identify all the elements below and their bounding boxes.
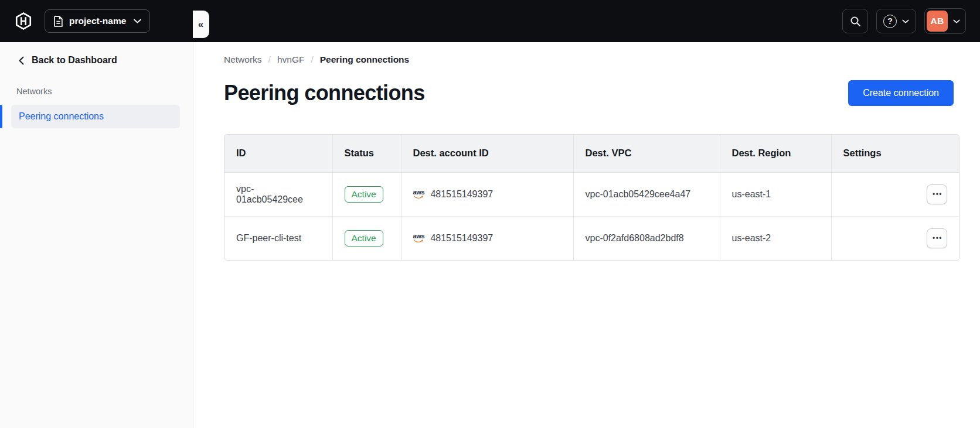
document-icon — [53, 16, 63, 27]
cell-dest-region: us-east-2 — [720, 216, 831, 260]
breadcrumb-hvn[interactable]: hvnGF — [277, 54, 305, 65]
ellipsis-icon: ••• — [933, 235, 942, 242]
page-title: Peering connections — [224, 81, 425, 105]
cell-dest-account-id: aws 481515149397 — [401, 172, 573, 216]
sidebar-collapse-button[interactable]: « — [193, 11, 209, 38]
aws-icon: aws — [413, 233, 425, 243]
cell-dest-region: us-east-1 — [720, 172, 831, 216]
table-row: vpc-01acb05429cee Active aws 48151514939… — [224, 172, 959, 216]
account-id-value: 481515149397 — [430, 233, 493, 244]
status-badge: Active — [345, 186, 383, 203]
cell-status: Active — [332, 172, 401, 216]
account-menu-button[interactable]: AB — [924, 8, 966, 34]
sidebar: Back to Dashboard Networks Peering conne… — [0, 42, 193, 428]
table-header-row: ID Status Dest. account ID Dest. VPC Des… — [224, 135, 959, 172]
table-row: GF-peer-cli-test Active aws 481515149397 — [224, 216, 959, 260]
search-icon — [850, 16, 861, 27]
app-window: project-name ? AB — [0, 0, 980, 428]
cell-dest-vpc: vpc-0f2afd6808ad2bdf8 — [573, 216, 720, 260]
account-id-value: 481515149397 — [430, 189, 493, 200]
cell-settings: ••• — [831, 216, 959, 260]
column-header-status: Status — [332, 135, 401, 172]
sidebar-section-networks: Networks — [16, 87, 193, 96]
chevron-left-icon — [19, 56, 24, 65]
create-connection-button[interactable]: Create connection — [848, 80, 954, 106]
column-header-id: ID — [224, 135, 332, 172]
cell-id: vpc-01acb05429cee — [224, 172, 332, 216]
chevron-down-icon — [902, 19, 909, 23]
cell-settings: ••• — [831, 172, 959, 216]
breadcrumb-current: Peering connections — [320, 54, 409, 65]
active-item-accent-bar — [0, 105, 2, 128]
main-content: Networks / hvnGF / Peering connections P… — [194, 42, 980, 428]
sidebar-item-peering-connections[interactable]: Peering connections — [11, 105, 180, 128]
cell-dest-account-id: aws 481515149397 — [401, 216, 573, 260]
row-actions-button[interactable]: ••• — [927, 228, 947, 248]
breadcrumb-networks[interactable]: Networks — [224, 54, 262, 65]
cell-id: GF-peer-cli-test — [224, 216, 332, 260]
sidebar-active-item-wrap: Peering connections — [0, 105, 193, 128]
topbar-right-group: ? AB — [842, 8, 966, 34]
back-to-dashboard-label: Back to Dashboard — [32, 55, 117, 66]
chevron-down-icon — [953, 19, 960, 23]
peering-connections-table: ID Status Dest. account ID Dest. VPC Des… — [224, 134, 959, 261]
row-actions-button[interactable]: ••• — [927, 184, 947, 204]
avatar: AB — [927, 11, 948, 32]
help-icon: ? — [883, 15, 897, 28]
chevron-down-icon — [134, 19, 141, 23]
search-button[interactable] — [842, 9, 868, 33]
collapse-icon: « — [198, 19, 203, 30]
cell-dest-vpc: vpc-01acb05429cee4a47 — [573, 172, 720, 216]
breadcrumb-separator: / — [268, 54, 271, 65]
column-header-dest-account-id: Dest. account ID — [401, 135, 573, 172]
project-selector-label: project-name — [69, 16, 126, 26]
breadcrumb: Networks / hvnGF / Peering connections — [224, 54, 954, 65]
aws-icon: aws — [413, 189, 425, 199]
column-header-dest-vpc: Dest. VPC — [573, 135, 720, 172]
status-badge: Active — [345, 230, 383, 246]
cell-status: Active — [332, 216, 401, 260]
help-menu-button[interactable]: ? — [876, 9, 916, 33]
page-header-row: Peering connections Create connection — [224, 80, 954, 106]
sidebar-item-label: Peering connections — [19, 111, 104, 122]
ellipsis-icon: ••• — [933, 191, 942, 198]
project-selector-button[interactable]: project-name — [45, 9, 150, 33]
hashicorp-logo-icon[interactable] — [14, 12, 33, 30]
top-navigation-bar: project-name ? AB — [0, 0, 980, 42]
back-to-dashboard-link[interactable]: Back to Dashboard — [0, 42, 193, 66]
breadcrumb-separator: / — [311, 54, 313, 65]
column-header-dest-region: Dest. Region — [720, 135, 831, 172]
column-header-settings: Settings — [831, 135, 959, 172]
